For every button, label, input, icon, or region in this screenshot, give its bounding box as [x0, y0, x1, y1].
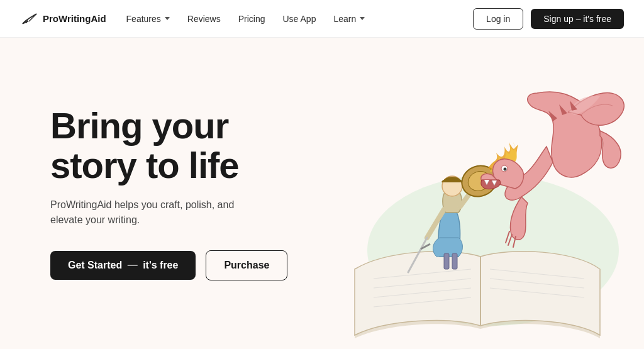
hero-title: Bring your story to life [50, 106, 287, 185]
hero-illustration [292, 38, 644, 349]
chevron-down-icon [360, 17, 365, 20]
hero-buttons: Get Started — it's free Purchase [50, 250, 287, 280]
svg-rect-15 [444, 253, 449, 269]
logo-link[interactable]: ProWritingAid [20, 11, 106, 26]
login-button[interactable]: Log in [473, 8, 523, 30]
hero-section: Bring your story to life ProWritingAid h… [0, 38, 644, 349]
hero-subtitle: ProWritingAid helps you craft, polish, a… [50, 197, 264, 228]
purchase-button[interactable]: Purchase [206, 250, 287, 280]
svg-point-18 [504, 167, 507, 170]
nav-item-features[interactable]: Features [126, 14, 170, 24]
chevron-down-icon [165, 17, 170, 20]
hero-content: Bring your story to life ProWritingAid h… [50, 106, 287, 280]
logo-icon [20, 11, 38, 26]
nav-actions: Log in Sign up – it's free [473, 8, 624, 30]
nav-item-learn[interactable]: Learn [333, 14, 365, 24]
svg-rect-16 [452, 253, 457, 269]
get-started-button[interactable]: Get Started — it's free [50, 251, 196, 280]
nav-item-pricing[interactable]: Pricing [238, 14, 265, 24]
illustration-svg [304, 43, 631, 345]
logo-text: ProWritingAid [43, 13, 106, 24]
nav-item-use-app[interactable]: Use App [283, 14, 316, 24]
navbar: ProWritingAid Features Reviews Pricing U… [0, 0, 644, 38]
nav-item-reviews[interactable]: Reviews [187, 14, 221, 24]
signup-button[interactable]: Sign up – it's free [531, 9, 624, 29]
